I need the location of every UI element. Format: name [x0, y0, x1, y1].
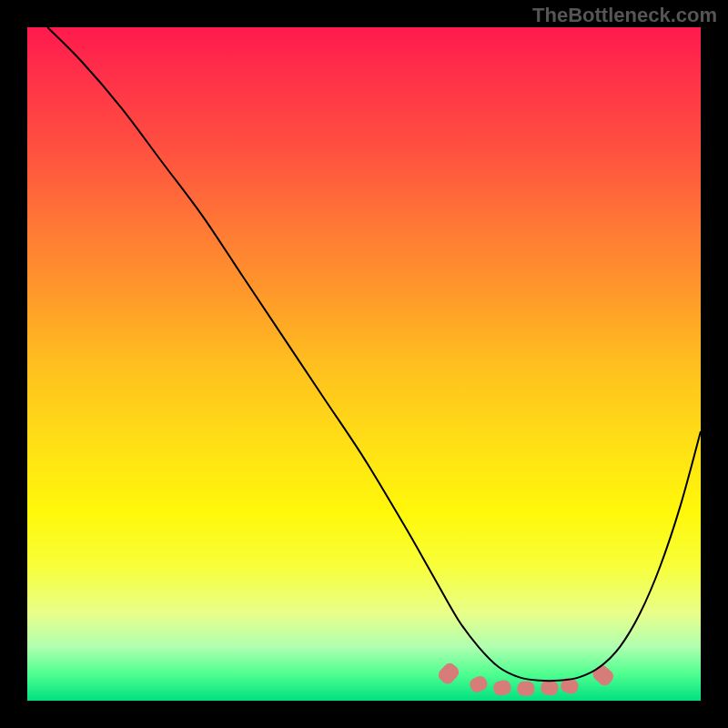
watermark-text: TheBottleneck.com: [532, 4, 717, 27]
chart-curve: [27, 27, 701, 701]
